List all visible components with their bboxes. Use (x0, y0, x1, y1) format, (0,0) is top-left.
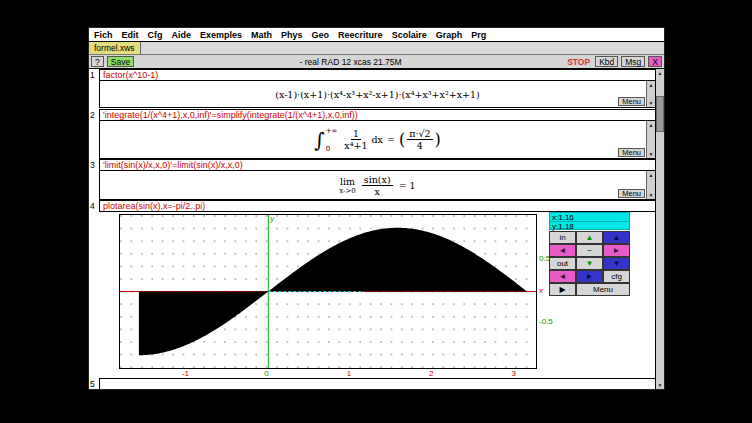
entry-2: 2 'integrate(1/(x^4+1),x,0,inf)'=simplif… (89, 109, 656, 159)
screen: Fich Edit Cfg Aide Exemples Math Phys Ge… (0, 0, 752, 423)
pan-down-z-icon[interactable]: ▼ (603, 257, 630, 270)
result-1: (x-1)·(x+1)·(x⁴-x³+x²-x+1)·(x⁴+x³+x²+x+1… (99, 81, 656, 108)
help-button[interactable]: ? (91, 56, 104, 67)
result-2-expression: ∫ +∞ 0 1 x⁴+1 dx = ( (314, 127, 441, 153)
graph-buttons: in ▲ ▲ ◄ − ► out ▼ ▼ ◄ ► (549, 231, 630, 296)
menu-edit[interactable]: Edit (122, 30, 139, 40)
minus-button[interactable]: − (576, 244, 603, 257)
menu-geo[interactable]: Geo (312, 30, 330, 40)
menu-cfg[interactable]: Cfg (148, 30, 163, 40)
scroll-down-icon[interactable]: ▼ (649, 191, 654, 199)
menu-scolaire[interactable]: Scolaire (392, 30, 427, 40)
zoom-out-button[interactable]: out (549, 257, 576, 270)
cfg-button[interactable]: cfg (603, 270, 630, 283)
x-tick--1: -1 (182, 369, 189, 378)
entries: 1 factor(x^10-1) (x-1)·(x+1)·(x⁴-x³+x²-x… (89, 69, 656, 389)
graph-menu-button[interactable]: Menu (576, 283, 630, 296)
scroll-down-icon[interactable]: ▼ (658, 381, 663, 389)
scroll-up-icon[interactable]: ▲ (658, 69, 663, 77)
menu-reecriture[interactable]: Reecriture (338, 30, 383, 40)
menu-math[interactable]: Math (251, 30, 272, 40)
menubar: Fich Edit Cfg Aide Exemples Math Phys Ge… (89, 28, 664, 42)
scroll-up-icon[interactable]: ▲ (649, 121, 654, 129)
pan-left-icon[interactable]: ◄ (549, 244, 576, 257)
integral-lower: 0 (326, 145, 338, 153)
level-number: 5 (90, 379, 99, 389)
zoom-in-button[interactable]: in (549, 231, 576, 244)
y-tick-neg05: -0.5 (539, 317, 553, 326)
command-input-5[interactable] (99, 378, 656, 389)
entry-5: 5 (89, 378, 656, 389)
cursor-x-readout: x:1.16 (549, 212, 630, 221)
result-3-expression: lim x->0 sin(x) x = 1 (339, 174, 415, 197)
result-numerator: π·√2 (407, 128, 432, 140)
toolbar: ? Save - real RAD 12 xcas 21.75M STOP Kb… (89, 55, 664, 69)
menu-phys[interactable]: Phys (281, 30, 303, 40)
result-1-scrollbar[interactable]: ▲ ▼ (646, 81, 655, 107)
integrand-numerator: 1 (351, 128, 361, 140)
x-tick-2: 2 (429, 369, 433, 378)
result-denominator: 4 (415, 140, 425, 151)
status-text: - real RAD 12 xcas 21.75M (137, 57, 564, 67)
level-number: 4 (90, 201, 99, 211)
session-scrollbar[interactable]: ▲ ▼ (655, 69, 664, 389)
menu-fich[interactable]: Fich (94, 30, 113, 40)
scroll-up-icon[interactable]: ▲ (649, 171, 654, 179)
kbd-button[interactable]: Kbd (595, 56, 618, 67)
menu-aide[interactable]: Aide (172, 30, 192, 40)
result-1-expression: (x-1)·(x+1)·(x⁴-x³+x²-x+1)·(x⁴+x³+x²+x+1… (275, 89, 480, 100)
close-button[interactable]: X (648, 56, 662, 67)
tab-row: formel.xws (89, 42, 664, 55)
result-3: lim x->0 sin(x) x = 1 ▲ ▼ (99, 171, 656, 200)
result-fraction: π·√2 4 (407, 128, 432, 151)
result-2-menu-button[interactable]: Menu (618, 148, 645, 157)
command-input-3[interactable]: 'limit(sin(x)/x,x,0)'=limit(sin(x)/x,x,0… (99, 159, 656, 171)
sine-area-plot[interactable] (120, 215, 536, 368)
lim-word: lim (340, 176, 355, 187)
stop-button[interactable]: STOP (567, 57, 590, 67)
pan-right-icon[interactable]: ► (603, 244, 630, 257)
pan-up-z-icon[interactable]: ▲ (603, 231, 630, 244)
pan-up-icon[interactable]: ▲ (576, 231, 603, 244)
rotate-left-icon[interactable]: ◄ (549, 270, 576, 283)
x-tick-1: 1 (347, 369, 351, 378)
lim-subscript: x->0 (339, 187, 356, 195)
result-1-menu-button[interactable]: Menu (618, 97, 645, 106)
scroll-up-icon[interactable]: ▲ (649, 81, 654, 89)
scroll-down-icon[interactable]: ▼ (649, 150, 654, 158)
plot-canvas[interactable] (119, 214, 537, 369)
menu-prg[interactable]: Prg (471, 30, 486, 40)
command-input-1[interactable]: factor(x^10-1) (99, 69, 656, 81)
result-3-menu-button[interactable]: Menu (618, 189, 645, 198)
limit-block: lim x->0 (339, 176, 356, 195)
pan-down-icon[interactable]: ▼ (576, 257, 603, 270)
play-button[interactable]: ▶ (549, 283, 576, 296)
limit-value: = 1 (399, 180, 416, 191)
menu-graph[interactable]: Graph (436, 30, 463, 40)
entry-4: 4 plotarea(sin(x),x=-pi/2..pi) (89, 200, 656, 378)
integrand-denominator: x⁴+1 (342, 140, 369, 151)
x-tick-3: 3 (511, 369, 515, 378)
command-input-2[interactable]: 'integrate(1/(x^4+1),x,0,inf)'=simplify(… (99, 109, 656, 121)
rotate-right-icon[interactable]: ► (576, 270, 603, 283)
cursor-y-readout: y:1.18 (549, 221, 630, 230)
result-2-scrollbar[interactable]: ▲ ▼ (646, 121, 655, 158)
dx-symbol: dx (372, 134, 383, 145)
command-input-4[interactable]: plotarea(sin(x),x=-pi/2..pi) (99, 200, 656, 212)
equals-sign: = (387, 134, 395, 145)
level-number: 3 (90, 160, 99, 170)
msg-button[interactable]: Msg (621, 56, 645, 67)
scrollbar-thumb[interactable] (656, 96, 664, 132)
tab-formel-xws[interactable]: formel.xws (89, 42, 141, 54)
scroll-down-icon[interactable]: ▼ (649, 99, 654, 107)
result-3-scrollbar[interactable]: ▲ ▼ (646, 171, 655, 199)
integral-upper: +∞ (326, 127, 338, 135)
graph-control-panel: x:1.16 y:1.18 in ▲ ▲ ◄ − ► out ▼ (549, 212, 630, 296)
menu-exemples[interactable]: Exemples (200, 30, 242, 40)
left-paren: ( (399, 130, 405, 149)
session-area: 1 factor(x^10-1) (x-1)·(x+1)·(x⁴-x³+x²-x… (89, 69, 664, 389)
x-axis-label: x (539, 286, 543, 295)
save-button[interactable]: Save (107, 56, 134, 67)
integral-sign: ∫ (314, 130, 324, 150)
limit-denominator: x (373, 186, 382, 197)
